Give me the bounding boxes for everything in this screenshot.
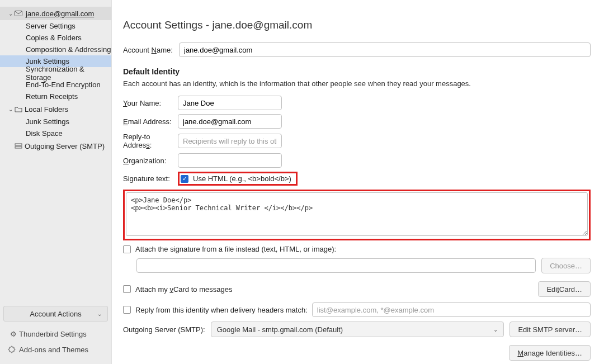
sidebar-item-sync-storage[interactable]: Synchronization & Storage [0,67,111,79]
reply-identity-label: Reply from this identity when delivery h… [135,306,308,314]
smtp-label: Outgoing Server (SMTP): [123,325,205,334]
smtp-value: Google Mail - smtp.gmail.com (Default) [217,325,343,334]
attach-vcard-checkbox[interactable] [123,285,131,293]
manage-identities-button[interactable]: Manage Identities… [509,345,591,361]
outgoing-server-icon [15,143,25,149]
chevron-down-icon: ⌄ [97,311,102,317]
organization-label: Organization: [123,157,178,165]
sidebar-item-return-receipts[interactable]: Return Receipts [0,91,111,102]
page-title: Account Settings - jane.doe@gmail.com [123,19,591,31]
email-input[interactable] [178,114,282,129]
svg-rect-2 [15,146,22,148]
account-node[interactable]: ⌄ jane.doe@gmail.com [0,7,111,20]
organization-input[interactable] [178,153,282,168]
chevron-down-icon: ⌄ [7,106,15,112]
signature-textarea[interactable] [126,192,588,236]
chevron-down-icon: ⌄ [7,11,15,17]
addons-themes-link[interactable]: Add-ons and Themes [0,342,111,357]
attach-signature-file-checkbox[interactable] [123,245,131,253]
sidebar-item-e2e[interactable]: End-To-End Encryption [0,79,111,91]
outgoing-label: Outgoing Server (SMTP) [25,142,105,150]
edit-smtp-button[interactable]: Edit SMTP server… [509,322,591,337]
folder-icon [15,106,25,112]
choose-file-button[interactable]: Choose… [541,258,591,273]
sidebar-item-server-settings[interactable]: Server Settings [0,20,111,32]
reply-identity-input[interactable] [312,302,591,317]
your-name-label: Your Name: [123,99,178,107]
identity-description: Each account has an identity, which is t… [123,79,591,88]
sidebar-bottom: ⚙ Thunderbird Settings Add-ons and Theme… [0,326,111,364]
smtp-select[interactable]: Google Mail - smtp.gmail.com (Default) ⌄ [211,322,504,337]
signature-text-label: Signature text: [123,174,178,183]
account-name-input[interactable] [179,42,591,57]
reply-identity-checkbox[interactable] [123,306,131,314]
reply-to-input[interactable] [178,134,282,148]
use-html-checkbox[interactable]: ✓ [181,175,188,183]
account-tree: ⌄ jane.doe@gmail.com Server Settings Cop… [0,7,111,302]
default-identity-heading: Default Identity [123,67,591,76]
account-actions-label: Account Actions [30,310,82,318]
edit-card-button[interactable]: Edit Card… [538,281,591,297]
chevron-down-icon: ⌄ [493,327,498,333]
email-label: Email Address: [123,117,178,126]
local-folders-node[interactable]: ⌄ Local Folders [0,102,111,116]
sidebar-item-outgoing[interactable]: Outgoing Server (SMTP) [0,139,111,153]
puzzle-icon [8,346,19,353]
sidebar-item-lf-disk[interactable]: Disk Space [0,127,111,139]
account-name-label: Account Name: [123,46,179,54]
mail-account-icon [15,10,25,17]
account-label: jane.doe@gmail.com [26,10,94,18]
use-html-label: Use HTML (e.g., <b>bold</b>) [193,174,291,183]
gear-icon: ⚙ [8,330,19,338]
sidebar-item-composition[interactable]: Composition & Addressing [0,44,111,55]
svg-rect-1 [15,144,22,145]
attach-signature-file-label: Attach the signature from a file instead… [135,245,336,253]
signature-file-path-input[interactable] [136,258,536,273]
local-folders-label: Local Folders [25,105,68,114]
thunderbird-settings-link[interactable]: ⚙ Thunderbird Settings [0,326,111,342]
your-name-input[interactable] [178,96,282,110]
account-actions-button[interactable]: Account Actions ⌄ [3,306,108,322]
sidebar-item-copies-folders[interactable]: Copies & Folders [0,32,111,44]
sidebar-item-lf-junk[interactable]: Junk Settings [0,116,111,127]
attach-vcard-label: Attach my vCard to messages [135,285,232,294]
sidebar: ⌄ jane.doe@gmail.com Server Settings Cop… [0,0,112,364]
main-pane: Account Settings - jane.doe@gmail.com Ac… [112,0,604,364]
reply-to-label: Reply-to Address: [123,133,178,149]
